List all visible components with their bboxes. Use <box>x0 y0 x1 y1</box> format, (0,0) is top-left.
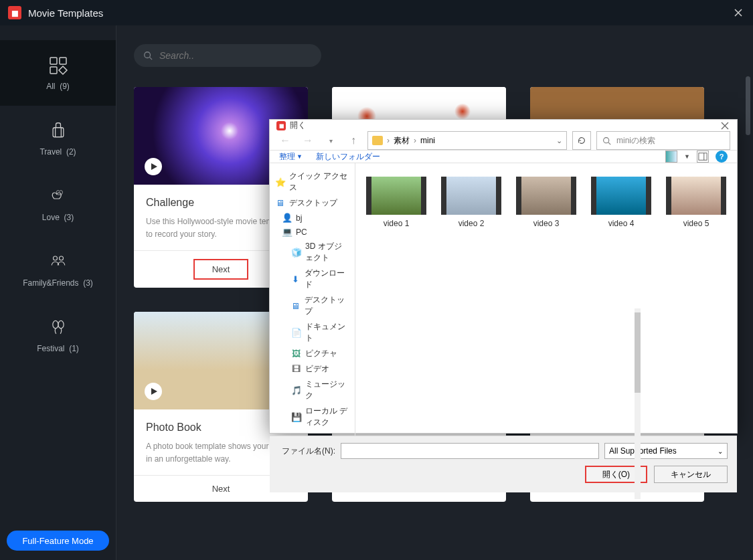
balloons-icon <box>48 317 69 339</box>
tree-item[interactable]: ⭐クイック アクセス <box>274 169 351 195</box>
sidebar-item-travel[interactable]: Travel (2) <box>0 106 116 171</box>
svg-line-11 <box>150 58 153 60</box>
dialog-nav: ← → ▾ ↑ › 素材 › mini ⌄ miniの検索 <box>270 131 737 150</box>
file-open-dialog: ◼ 開く ← → ▾ ↑ › 素材 › mini ⌄ miniの検索 整理 <box>269 119 738 434</box>
svg-rect-3 <box>53 128 64 137</box>
file-item[interactable]: video 3 <box>515 177 578 422</box>
tree-item[interactable]: 📄ドキュメント <box>274 319 351 346</box>
recent-dropdown[interactable]: ▾ <box>322 132 339 149</box>
dialog-close-icon[interactable] <box>720 120 730 131</box>
help-icon[interactable]: ? <box>716 151 728 163</box>
cancel-button[interactable]: キャンセル <box>654 466 728 483</box>
app-title: Movie Templates <box>28 7 103 19</box>
dialog-search-placeholder: miniの検索 <box>616 135 655 147</box>
file-item[interactable]: video 5 <box>665 177 728 422</box>
scrollbar[interactable] <box>746 76 750 135</box>
grid-icon <box>48 55 69 76</box>
dialog-toolbar: 整理 ▼ 新しいフォルダー ▼ ? <box>270 150 737 163</box>
tree-item[interactable]: ⬇ダウンロード <box>274 266 351 292</box>
file-item[interactable]: video 2 <box>440 177 503 422</box>
svg-rect-0 <box>50 58 57 64</box>
sidebar-item-label: All <box>46 82 55 91</box>
svg-point-12 <box>604 137 609 143</box>
tree-item[interactable]: 💾ローカル ディスク <box>274 403 351 430</box>
filetype-select[interactable]: All Supported Files ⌄ <box>604 443 728 459</box>
svg-point-7 <box>59 256 63 260</box>
dialog-title: 開く <box>290 120 306 131</box>
back-button[interactable]: ← <box>276 132 294 149</box>
play-icon[interactable] <box>145 158 162 175</box>
tree-item[interactable]: 🎞ビデオ <box>274 361 351 377</box>
view-mode-icon[interactable] <box>665 151 677 163</box>
people-icon <box>48 252 69 273</box>
svg-point-6 <box>53 256 57 260</box>
sidebar-item-label: Travel <box>39 147 62 157</box>
dialog-footer: ファイル名(N): All Supported Files ⌄ 開く(O) キャ… <box>270 436 737 492</box>
tree-item[interactable]: 👤bj <box>274 211 351 225</box>
close-icon[interactable] <box>732 6 745 19</box>
tree-scrollbar-thumb[interactable] <box>635 312 641 393</box>
dialog-search-box[interactable]: miniの検索 <box>596 131 730 150</box>
play-icon[interactable] <box>145 383 162 400</box>
search-box[interactable] <box>134 44 321 67</box>
search-icon <box>143 51 153 60</box>
filename-label: ファイル名(N): <box>279 446 335 457</box>
svg-rect-1 <box>60 58 66 64</box>
tree-item[interactable]: 🎵ミュージック <box>274 377 351 403</box>
tree-item[interactable]: 🖥デスクトップ <box>274 195 351 211</box>
file-item[interactable]: video 1 <box>365 177 428 422</box>
tree-item[interactable]: 🖼ピクチャ <box>274 346 351 361</box>
svg-line-13 <box>608 142 610 144</box>
app-logo-icon: ◼ <box>8 6 21 19</box>
filename-input[interactable] <box>341 443 599 459</box>
svg-rect-2 <box>50 67 57 74</box>
chevron-down-icon[interactable]: ▼ <box>684 153 690 160</box>
file-list: video 1 video 2 video 3 video 4 video 5 <box>355 163 737 436</box>
folder-tree: ⭐クイック アクセス🖥デスクトップ👤bj💻PC🧊3D オブジェクト⬇ダウンロード… <box>270 163 355 436</box>
search-icon <box>602 136 611 145</box>
folder-icon <box>372 136 383 145</box>
sidebar-item-love[interactable]: Love (3) <box>0 171 116 237</box>
up-button[interactable]: ↑ <box>345 132 362 149</box>
suitcase-icon <box>48 120 69 142</box>
refresh-button[interactable] <box>572 131 591 150</box>
full-feature-mode-button[interactable]: Full-Feature Mode <box>7 531 109 551</box>
tree-item[interactable]: 🧊3D オブジェクト <box>274 239 351 266</box>
new-folder-button[interactable]: 新しいフォルダー <box>316 151 380 163</box>
sidebar-item-family[interactable]: Family&Friends (3) <box>0 237 116 302</box>
svg-point-10 <box>145 52 151 58</box>
preview-pane-icon[interactable] <box>697 151 709 163</box>
breadcrumb-path[interactable]: › 素材 › mini ⌄ <box>367 131 567 150</box>
svg-rect-14 <box>699 153 707 161</box>
sidebar-item-label: Family&Friends <box>23 278 78 288</box>
titlebar: ◼ Movie Templates <box>0 0 753 25</box>
svg-point-8 <box>52 320 58 328</box>
search-input[interactable] <box>159 50 312 61</box>
tree-item[interactable]: 💻PC <box>274 225 351 239</box>
sidebar-item-label: Love <box>42 213 60 222</box>
file-item[interactable]: video 4 <box>590 177 653 422</box>
chevron-down-icon[interactable]: ⌄ <box>556 136 562 145</box>
dialog-titlebar: ◼ 開く <box>270 120 737 131</box>
sidebar-item-all[interactable]: All (9) <box>0 40 116 106</box>
hearts-icon <box>48 186 69 207</box>
forward-button[interactable]: → <box>299 132 317 149</box>
app-logo-icon: ◼ <box>276 121 286 130</box>
sidebar-item-label: Festival <box>37 344 64 353</box>
sidebar: All (9) Travel (2) Love (3) Family&Frien… <box>0 25 116 560</box>
tree-item[interactable]: 🖥デスクトップ <box>274 292 351 319</box>
organize-menu[interactable]: 整理 ▼ <box>279 151 303 163</box>
svg-point-9 <box>58 320 64 328</box>
sidebar-item-festival[interactable]: Festival (1) <box>0 302 116 368</box>
